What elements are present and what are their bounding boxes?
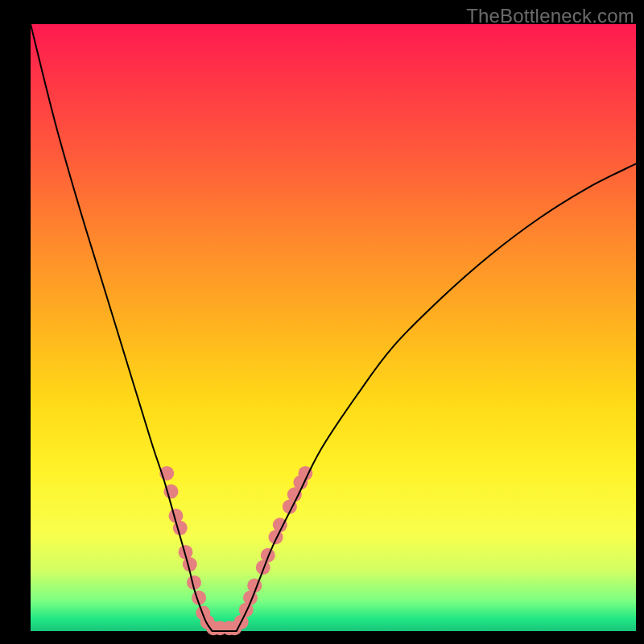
curve-right-branch [237,163,636,631]
plot-area [31,24,636,631]
scatter-dot [261,548,275,563]
chart-frame: TheBottleneck.com [0,0,644,644]
curve-left-branch [31,24,213,631]
curve-layer [31,24,636,631]
scatter-dot [173,521,188,535]
watermark-text: TheBottleneck.com [466,5,634,27]
scatter-markers [159,466,312,635]
